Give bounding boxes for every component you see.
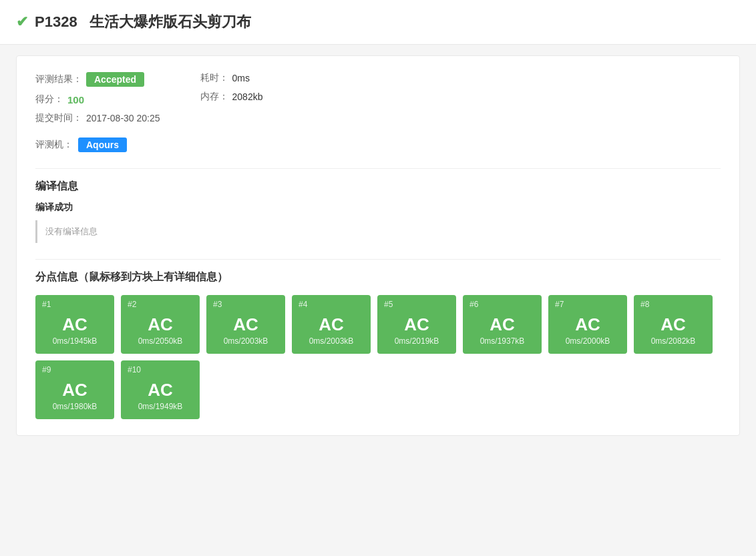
compile-info-box: 没有编译信息 xyxy=(35,220,721,243)
subtask-number: #5 xyxy=(384,300,393,309)
subtask-result: AC xyxy=(128,380,193,400)
score-label: 得分： xyxy=(35,93,63,105)
compile-info-text: 没有编译信息 xyxy=(45,226,98,236)
page-wrapper: ✔ P1328 生活大爆炸版石头剪刀布 评测结果： Accepted 得分： 1… xyxy=(0,0,756,556)
judge-machine-section: 评测机： Aqours xyxy=(35,137,721,152)
judge-result-label: 评测结果： xyxy=(35,73,82,85)
subtask-detail: 0ms/1937kB xyxy=(469,336,535,346)
result-left: 评测结果： Accepted 得分： 100 提交时间： 2017-08-30 … xyxy=(35,72,160,124)
submit-time-row: 提交时间： 2017-08-30 20:25 xyxy=(35,112,160,124)
memory-value: 2082kb xyxy=(232,91,263,102)
subtask-detail: 0ms/2082kB xyxy=(640,336,706,346)
score-row: 得分： 100 xyxy=(35,93,160,105)
divider-2 xyxy=(35,259,721,260)
subtask-detail: 0ms/2000kB xyxy=(555,336,620,346)
judge-machine-badge: Aqours xyxy=(78,137,127,152)
result-section: 评测结果： Accepted 得分： 100 提交时间： 2017-08-30 … xyxy=(35,72,721,124)
subtask-block[interactable]: #1AC0ms/1945kB xyxy=(35,295,114,354)
problem-id: P1328 xyxy=(35,13,77,30)
subtask-block[interactable]: #5AC0ms/2019kB xyxy=(377,295,456,354)
subtask-block[interactable]: #7AC0ms/2000kB xyxy=(548,295,627,354)
memory-label: 内存： xyxy=(200,91,228,103)
subtask-number: #9 xyxy=(42,365,51,374)
subtask-number: #2 xyxy=(128,300,136,309)
memory-row: 内存： 2082kb xyxy=(200,91,263,103)
result-right: 耗时： 0ms 内存： 2082kb xyxy=(200,72,263,124)
submit-time-value: 2017-08-30 20:25 xyxy=(86,113,160,123)
divider-1 xyxy=(35,168,721,169)
subtask-detail: 0ms/2019kB xyxy=(384,336,449,346)
judge-result-row: 评测结果： Accepted xyxy=(35,72,160,87)
subtask-block[interactable]: #10AC0ms/1949kB xyxy=(121,360,200,419)
subtask-number: #4 xyxy=(299,300,307,309)
page-title: P1328 生活大爆炸版石头剪刀布 xyxy=(35,12,251,32)
subtask-grid: #1AC0ms/1945kB#2AC0ms/2050kB#3AC0ms/2003… xyxy=(35,295,721,419)
compile-status: 编译成功 xyxy=(35,202,721,214)
subtask-block[interactable]: #6AC0ms/1937kB xyxy=(463,295,542,354)
subtask-block[interactable]: #2AC0ms/2050kB xyxy=(121,295,200,354)
accepted-badge: Accepted xyxy=(86,72,144,87)
subtask-block[interactable]: #4AC0ms/2003kB xyxy=(292,295,371,354)
subtask-number: #7 xyxy=(555,300,564,309)
subtask-result: AC xyxy=(469,314,535,335)
subtask-result: AC xyxy=(213,314,278,335)
subtask-result: AC xyxy=(42,314,108,335)
subtask-detail: 0ms/2050kB xyxy=(128,336,193,346)
subtask-detail: 0ms/1945kB xyxy=(42,336,108,346)
subtask-section-title: 分点信息（鼠标移到方块上有详细信息） xyxy=(35,270,721,284)
subtask-block[interactable]: #8AC0ms/2082kB xyxy=(634,295,713,354)
subtask-result: AC xyxy=(299,314,364,335)
subtask-result: AC xyxy=(42,380,108,400)
time-value: 0ms xyxy=(232,73,250,83)
subtask-result: AC xyxy=(555,314,620,335)
subtask-number: #1 xyxy=(42,300,51,309)
submit-time-label: 提交时间： xyxy=(35,112,82,124)
subtask-detail: 0ms/2003kB xyxy=(213,336,278,346)
subtask-number: #3 xyxy=(213,300,222,309)
subtask-detail: 0ms/2003kB xyxy=(299,336,364,346)
compile-section-title: 编译信息 xyxy=(35,180,721,194)
judge-machine-label: 评测机： xyxy=(35,139,73,151)
subtask-number: #10 xyxy=(128,365,141,374)
main-content: 评测结果： Accepted 得分： 100 提交时间： 2017-08-30 … xyxy=(16,55,740,436)
time-label: 耗时： xyxy=(200,72,228,84)
header-bar: ✔ P1328 生活大爆炸版石头剪刀布 xyxy=(0,0,756,45)
score-value: 100 xyxy=(67,94,84,105)
subtask-result: AC xyxy=(640,314,706,335)
subtask-detail: 0ms/1980kB xyxy=(42,402,108,411)
subtask-block[interactable]: #9AC0ms/1980kB xyxy=(35,360,114,419)
check-icon: ✔ xyxy=(16,13,28,31)
subtask-number: #6 xyxy=(469,300,478,309)
subtask-detail: 0ms/1949kB xyxy=(128,402,193,411)
subtask-result: AC xyxy=(384,314,449,335)
subtask-block[interactable]: #3AC0ms/2003kB xyxy=(206,295,285,354)
subtask-number: #8 xyxy=(640,300,649,309)
problem-title: 生活大爆炸版石头剪刀布 xyxy=(89,13,251,30)
time-row: 耗时： 0ms xyxy=(200,72,263,84)
subtask-result: AC xyxy=(128,314,193,335)
